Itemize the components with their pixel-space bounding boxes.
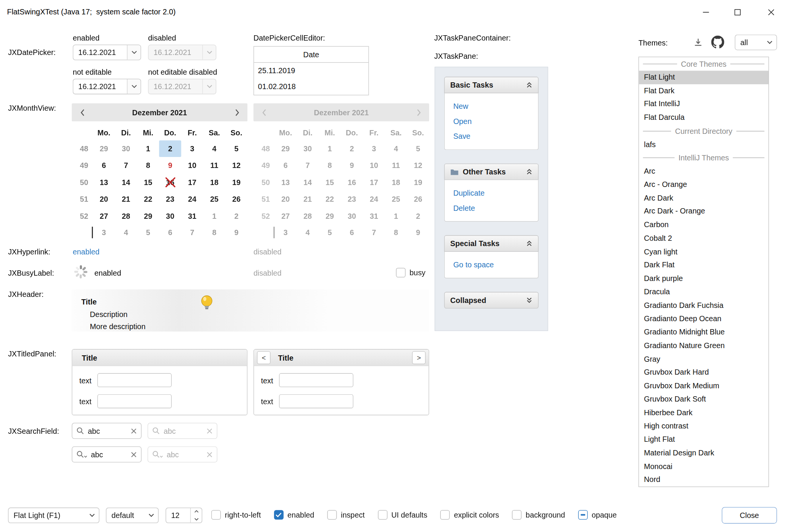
- checkbox-busy[interactable]: busy: [396, 268, 426, 277]
- theme-item-gradianto-midnight-blue[interactable]: Gradianto Midnight Blue: [639, 325, 768, 339]
- day-cell[interactable]: 5: [225, 140, 247, 157]
- day-cell[interactable]: 6: [93, 157, 115, 174]
- checkbox-box[interactable]: [440, 510, 450, 519]
- day-cell[interactable]: 31: [181, 207, 203, 224]
- close-button[interactable]: Close: [722, 507, 777, 524]
- hyperlink-enabled[interactable]: enabled: [73, 247, 100, 256]
- theme-item-flat-intellij[interactable]: Flat IntelliJ: [639, 97, 768, 111]
- theme-item-monocai[interactable]: Monocai: [639, 460, 768, 473]
- day-cell[interactable]: 5: [137, 224, 159, 241]
- clear-icon[interactable]: [131, 428, 137, 434]
- datepicker-enabled[interactable]: 16.12.2021: [73, 45, 141, 60]
- theme-filter-combo[interactable]: all: [735, 35, 777, 50]
- theme-item-gruvbox-dark-medium[interactable]: Gruvbox Dark Medium: [639, 379, 768, 392]
- theme-item-cyan-light[interactable]: Cyan light: [639, 245, 768, 258]
- checkbox-background[interactable]: background: [512, 510, 565, 519]
- day-cell[interactable]: 17: [181, 174, 203, 191]
- day-cell[interactable]: 9: [225, 224, 247, 241]
- theme-item-material-design-dark[interactable]: Material Design Dark: [639, 446, 768, 460]
- day-cell[interactable]: 8: [203, 224, 225, 241]
- search-menu-icon[interactable]: [76, 450, 87, 458]
- checkbox-box[interactable]: [378, 510, 387, 519]
- prev-month-button[interactable]: [72, 108, 93, 116]
- taskpane-header-basic-tasks[interactable]: Basic Tasks: [444, 77, 539, 93]
- datepicker-dropdown-arrow[interactable]: [127, 45, 141, 60]
- day-cell[interactable]: 29: [137, 207, 159, 224]
- day-cell[interactable]: 1: [137, 140, 159, 157]
- day-cell[interactable]: 1: [203, 207, 225, 224]
- table-cell-date[interactable]: 01.02.2018: [254, 79, 368, 95]
- titled-panel-right-button[interactable]: >: [412, 351, 426, 364]
- maximize-button[interactable]: [726, 0, 749, 24]
- theme-item-dark-flat[interactable]: Dark Flat: [639, 259, 768, 272]
- day-cell[interactable]: 25: [203, 191, 225, 207]
- next-month-button[interactable]: [227, 108, 248, 116]
- day-cell[interactable]: 4: [203, 140, 225, 157]
- day-cell[interactable]: 20: [93, 191, 115, 207]
- theme-item-flat-dark[interactable]: Flat Dark: [639, 84, 768, 97]
- day-cell[interactable]: 10: [181, 157, 203, 174]
- day-cell[interactable]: 24: [181, 191, 203, 207]
- day-cell[interactable]: 2: [159, 140, 181, 157]
- taskpane-link-new[interactable]: New: [453, 99, 538, 114]
- checkbox-box[interactable]: [274, 510, 283, 519]
- theme-item-nord[interactable]: Nord: [639, 473, 768, 486]
- theme-item-arc-dark-orange[interactable]: Arc Dark - Orange: [639, 205, 768, 218]
- clear-icon[interactable]: [131, 452, 137, 457]
- text-input[interactable]: [98, 373, 172, 387]
- day-cell[interactable]: 26: [225, 191, 247, 207]
- checkbox-box[interactable]: [512, 510, 522, 519]
- taskpane-link-duplicate[interactable]: Duplicate: [453, 185, 538, 201]
- font-size-spinner[interactable]: 12: [165, 508, 202, 523]
- theme-item-flat-darcula[interactable]: Flat Darcula: [639, 111, 768, 124]
- day-cell[interactable]: 4: [115, 224, 137, 241]
- taskpane-link-delete[interactable]: Delete: [453, 201, 538, 216]
- checkbox-inspect[interactable]: inspect: [327, 510, 365, 519]
- minimize-button[interactable]: [694, 0, 717, 24]
- search-field-enabled[interactable]: abc: [72, 423, 142, 439]
- text-input[interactable]: [279, 394, 354, 408]
- theme-item-gradianto-dark-fuchsia[interactable]: Gradianto Dark Fuchsia: [639, 299, 768, 312]
- taskpane-link-go-to-space[interactable]: Go to space: [453, 257, 538, 273]
- checkbox-opaque[interactable]: opaque: [578, 510, 617, 519]
- day-cell[interactable]: 29: [93, 140, 115, 157]
- theme-item-dark-purple[interactable]: Dark purple: [639, 272, 768, 285]
- theme-item-arc[interactable]: Arc: [639, 165, 768, 178]
- theme-item-gray[interactable]: Gray: [639, 352, 768, 366]
- table-cell-date[interactable]: 25.11.2019: [254, 63, 368, 78]
- day-cell[interactable]: 7: [181, 224, 203, 241]
- theme-item-arc-dark[interactable]: Arc Dark: [639, 191, 768, 205]
- datepicker-not-editable[interactable]: 16.12.2021: [73, 79, 141, 94]
- taskpane-header-special-tasks[interactable]: Special Tasks: [444, 235, 539, 252]
- day-cell[interactable]: 16: [159, 174, 181, 191]
- taskpane-header-collapsed[interactable]: Collapsed: [444, 292, 539, 309]
- search-value[interactable]: abc: [91, 450, 131, 458]
- day-cell[interactable]: 14: [115, 174, 137, 191]
- checkbox-box[interactable]: [396, 268, 406, 277]
- close-window-button[interactable]: [759, 0, 782, 24]
- taskpane-link-save[interactable]: Save: [453, 129, 538, 144]
- font-combo[interactable]: default: [106, 508, 159, 523]
- day-cell[interactable]: 11: [203, 157, 225, 174]
- text-input[interactable]: [279, 373, 354, 387]
- download-icon[interactable]: [692, 36, 705, 49]
- theme-item-high-contrast[interactable]: High contrast: [639, 419, 768, 433]
- github-icon[interactable]: [711, 35, 725, 49]
- checkbox-box[interactable]: [211, 510, 221, 519]
- theme-item-light-flat[interactable]: Light Flat: [639, 433, 768, 446]
- search-value[interactable]: abc: [88, 427, 131, 435]
- theme-item-arc-orange[interactable]: Arc - Orange: [639, 178, 768, 191]
- day-cell[interactable]: 18: [203, 174, 225, 191]
- theme-item-cobalt-2[interactable]: Cobalt 2: [639, 232, 768, 245]
- day-cell[interactable]: 30: [159, 207, 181, 224]
- checkbox-box[interactable]: [578, 510, 587, 519]
- theme-item-gruvbox-dark-hard[interactable]: Gruvbox Dark Hard: [639, 366, 768, 379]
- theme-item-lafs[interactable]: lafs: [639, 138, 768, 151]
- day-cell[interactable]: 8: [137, 157, 159, 174]
- theme-item-hiberbee-dark[interactable]: Hiberbee Dark: [639, 406, 768, 419]
- day-cell[interactable]: 23: [159, 191, 181, 207]
- checkbox-box[interactable]: [327, 510, 337, 519]
- day-cell[interactable]: 28: [115, 207, 137, 224]
- day-cell[interactable]: 30: [115, 140, 137, 157]
- theme-item-flat-light[interactable]: Flat Light: [639, 71, 768, 84]
